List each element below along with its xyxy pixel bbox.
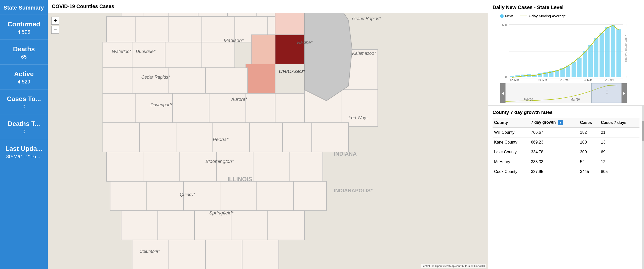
svg-text:Aurora*: Aurora* [231,97,248,102]
table-scrollbar-thumb[interactable] [642,121,644,141]
cell-cases: 100 [579,138,599,147]
col-cases: Cases [579,118,599,127]
cell-cases7: 69 [599,147,639,157]
svg-text:CHICAGO*: CHICAGO* [279,69,305,74]
svg-marker-34 [341,90,378,126]
cell-growth: 327.95 [530,167,579,177]
map-container: COVID-19 Counties Cases + − [48,0,488,269]
svg-marker-58 [268,211,305,240]
svg-rect-102 [566,66,570,77]
stat-last-update-value: 30-Mar 12:16 ... [3,154,45,159]
svg-text:600: 600 [502,23,507,27]
legend-new-label: New [505,14,513,18]
chart-scroll[interactable]: ⠿ ◀ ▶ Feb '20 Mar '20 [500,83,627,103]
map-area[interactable]: + − [48,13,488,269]
table-row: Lake County 334.78 300 69 [493,147,639,157]
sidebar-title: State Summary [0,0,48,15]
chart-legend: New 7-day Moving Average [500,14,639,18]
stat-deaths-label: Deaths [3,45,45,53]
svg-marker-9 [169,16,202,42]
legend-avg-icon [520,16,527,16]
svg-text:20. Mar: 20. Mar [560,78,569,81]
cell-growth: 334.78 [530,147,579,157]
svg-marker-39 [250,123,283,152]
table-title: County 7 day growth rates [493,110,639,115]
table-scrollbar[interactable] [642,106,644,269]
table-row: Kane County 669.23 100 13 [493,138,639,147]
svg-marker-22 [132,68,169,94]
svg-text:0: 0 [505,75,507,79]
svg-text:7-day Moving Average: 7-day Moving Average [625,35,627,62]
svg-marker-52 [257,181,294,211]
svg-marker-24 [206,68,248,94]
svg-marker-49 [147,181,184,211]
svg-marker-5 [227,13,257,16]
svg-marker-18 [246,64,275,94]
svg-marker-54 [121,211,158,240]
svg-rect-105 [583,51,587,77]
col-county: County [493,118,530,127]
right-panel: Daily New Cases - State Level New 7-day … [488,0,644,269]
svg-marker-2 [143,13,169,16]
svg-marker-37 [176,123,213,152]
svg-marker-40 [283,123,312,152]
stat-cases-to: Cases To... 0 [0,89,48,114]
svg-text:28. Mar: 28. Mar [605,78,614,81]
svg-marker-1 [121,13,143,16]
zoom-in-button[interactable]: + [51,17,59,25]
stat-deaths: Deaths 65 [0,40,48,65]
svg-marker-51 [220,181,257,211]
svg-rect-108 [599,33,604,77]
stat-deaths-to-label: Deaths T... [3,120,45,128]
cell-cases7: 13 [599,138,639,147]
svg-rect-106 [588,45,593,77]
svg-marker-17 [275,35,305,64]
svg-text:Dubuque*: Dubuque* [136,49,156,54]
cell-county: Lake County [493,147,530,157]
legend-avg: 7-day Moving Average [520,14,566,18]
svg-text:Feb '20: Feb '20 [524,98,533,101]
chart-area: 600 0 300 0 7-day Moving Average [500,21,627,81]
svg-text:Kalamazoo*: Kalamazoo* [352,51,376,56]
stat-deaths-to: Deaths T... 0 [0,114,48,139]
stat-confirmed: Confirmed 4,596 [0,15,48,40]
table-row: Cook County 327.95 3445 805 [493,167,639,177]
svg-text:Waterloo*: Waterloo* [112,49,132,54]
svg-marker-32 [246,94,275,123]
svg-text:300: 300 [626,23,627,27]
map-svg: Madison* MILWAUKEE* Grand Rapids* Racine… [48,13,488,269]
svg-text:12. Mar: 12. Mar [510,78,519,81]
cell-cases: 182 [579,127,599,138]
svg-marker-57 [231,211,268,240]
svg-text:INDIANAPOLIS*: INDIANAPOLIS* [334,188,373,193]
svg-marker-59 [132,240,169,269]
chart-scroll-svg: ⠿ ◀ ▶ Feb '20 Mar '20 [500,83,627,103]
svg-text:0: 0 [626,75,627,79]
stat-active: Active 4,529 [0,65,48,89]
svg-text:Davenport*: Davenport* [150,102,173,107]
svg-marker-60 [169,240,206,269]
svg-text:Fort Way...: Fort Way... [348,115,370,120]
zoom-out-button[interactable]: − [51,26,59,34]
map-title: COVID-19 Counties Cases [48,0,488,13]
svg-marker-28 [103,94,136,123]
cell-county: McHenry [493,157,530,167]
legend-avg-label: 7-day Moving Average [528,14,566,18]
svg-text:24. Mar: 24. Mar [583,78,592,81]
stat-last-update: Last Upda... 30-Mar 12:16 ... [0,139,48,164]
svg-rect-104 [577,58,581,77]
table-row: McHenry 333.33 52 12 [493,157,639,167]
legend-new: New [500,14,513,18]
svg-marker-7 [106,16,136,42]
col-growth[interactable]: 7 day growth ▼ [530,118,579,127]
svg-marker-43 [143,152,180,182]
cell-cases: 52 [579,157,599,167]
svg-marker-23 [169,68,206,94]
cell-growth: 333.33 [530,157,579,167]
svg-text:Springfield*: Springfield* [209,210,233,215]
sidebar: State Summary Confirmed 4,596 Deaths 65 … [0,0,48,269]
stat-confirmed-label: Confirmed [3,20,45,28]
svg-marker-30 [173,94,209,123]
svg-text:Mar '20: Mar '20 [571,98,580,101]
stat-active-label: Active [3,70,45,78]
